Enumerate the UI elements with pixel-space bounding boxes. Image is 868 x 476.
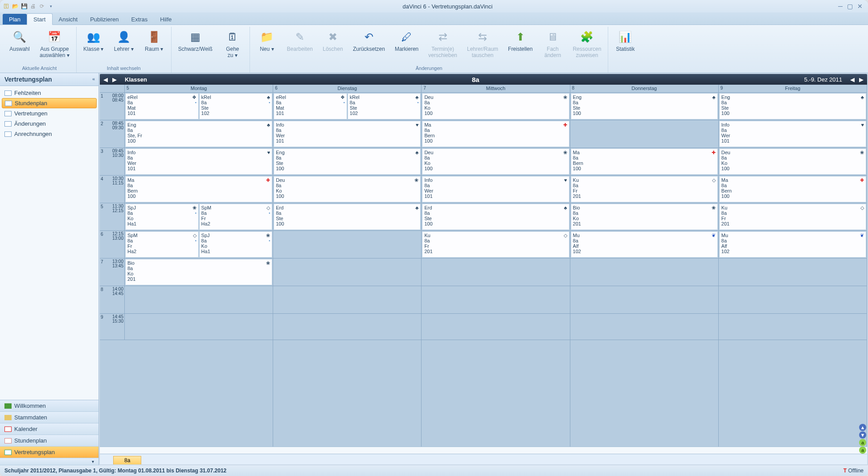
timetable-cell[interactable] xyxy=(570,120,718,148)
nav-stammdaten[interactable]: Stammdaten xyxy=(0,412,98,423)
timetable-cell[interactable]: Bio8aKo201❀ xyxy=(125,259,273,286)
timetable-cell[interactable]: Ma8aBern100✚ xyxy=(125,176,273,203)
hscroll-track[interactable] xyxy=(100,447,867,454)
timetable-cell[interactable]: Ku8aFr201◇ xyxy=(570,176,718,203)
zuruecksetzen-button[interactable]: ↶Zurücksetzen xyxy=(350,27,388,65)
timetable-cell[interactable] xyxy=(273,286,421,314)
sidebar-item-fehlzeiten[interactable]: Fehlzeiten xyxy=(0,88,98,98)
timetable-cell[interactable]: Mu8aAlf102❦ xyxy=(719,231,867,259)
sidebar-item-stundenplan[interactable]: Stundenplan xyxy=(2,98,97,108)
timetable-cell[interactable] xyxy=(719,286,867,314)
maximize-icon[interactable]: ▢ xyxy=(847,3,853,10)
timetable-cell[interactable]: Ma8aBern100✚ xyxy=(422,120,569,148)
timetable-cell[interactable]: Erd8aSte100♣ xyxy=(422,203,569,231)
aus-gruppe-button[interactable]: 📅Aus Gruppe auswählen ▾ xyxy=(37,27,73,65)
lesson-card[interactable]: Info8aWer101♥ xyxy=(125,148,272,175)
sidebar-item-vertretungen[interactable]: Vertretungen xyxy=(0,108,98,119)
prev-class-icon[interactable]: ◀ xyxy=(102,76,110,83)
lesson-card[interactable]: Eng8aSte100♣ xyxy=(274,148,421,175)
timetable-cell[interactable] xyxy=(719,314,867,340)
lesson-card[interactable]: Erd8aSte100♣ xyxy=(422,204,569,230)
tab-extras[interactable]: Extras xyxy=(125,14,154,25)
lesson-card[interactable]: Deu8aKo100❀ xyxy=(422,148,569,175)
lesson-card[interactable]: Mu8aAlf102❦ xyxy=(571,231,718,258)
sidebar-item-aenderungen[interactable]: Änderungen xyxy=(0,119,98,129)
lesson-card[interactable]: kRel8aSte102♣▪ xyxy=(348,93,421,119)
lesson-card[interactable]: Deu8aKo100❀ xyxy=(719,148,866,175)
markieren-button[interactable]: 🖊Markieren xyxy=(392,27,422,65)
timetable-cell[interactable] xyxy=(570,314,718,340)
next-class-icon[interactable]: ▶ xyxy=(111,76,119,83)
timetable-cell[interactable]: eRel8aMat101❖▪kRel8aSte102♣▪ xyxy=(273,93,421,120)
lesson-card[interactable]: Eng8aSte100♣ xyxy=(719,93,866,119)
lesson-card[interactable]: Ku8aFr201◇ xyxy=(422,231,569,258)
timetable-cell[interactable]: Mu8aAlf102❦ xyxy=(570,231,718,259)
sidebar-item-anrechnungen[interactable]: Anrechnungen xyxy=(0,129,98,139)
timetable-cell[interactable]: Info8aWer101♥ xyxy=(719,120,867,148)
qat-print-icon[interactable]: 🖨 xyxy=(29,3,37,10)
ressourcen-zuweisen-button[interactable]: 🧩Ressourcen zuweisen xyxy=(569,27,604,65)
lehrer-button[interactable]: 👤Lehrer ▾ xyxy=(111,27,137,65)
plan-tab-8a[interactable]: 8a xyxy=(113,456,141,464)
lesson-card[interactable]: Ma8aBern100✚ xyxy=(719,176,866,202)
timetable-cell[interactable]: SpM8aFrHa2◇▪SpJ8aKoHa1❀▪ xyxy=(125,231,273,259)
lesson-card[interactable]: Mu8aAlf102❦ xyxy=(719,231,866,258)
timetable-cell[interactable]: eRel8aMat101❖▪kRel8aSte102♣▪ xyxy=(125,93,273,120)
timetable-cell[interactable] xyxy=(125,286,273,314)
lesson-card[interactable]: Ma8aBern100✚ xyxy=(571,148,718,175)
raum-button[interactable]: 🚪Raum ▾ xyxy=(141,27,168,65)
lesson-card[interactable]: Eng8aSte100♣ xyxy=(571,93,718,119)
timetable-cell[interactable] xyxy=(422,314,569,340)
lesson-card[interactable]: Eng8aSte, Fr100♣ xyxy=(125,121,272,147)
tab-publizieren[interactable]: Publizieren xyxy=(84,14,125,25)
tab-plan[interactable]: Plan xyxy=(3,14,27,25)
minimize-icon[interactable]: ─ xyxy=(838,3,843,10)
lesson-card[interactable]: SpM8aFrHa2◇▪ xyxy=(125,231,199,258)
statistik-button[interactable]: 📊Statistik xyxy=(612,27,639,65)
close-icon[interactable]: ✕ xyxy=(857,3,863,10)
fach-aendern-button[interactable]: 🖥Fach ändern xyxy=(539,27,566,65)
lesson-card[interactable]: Deu8aKo100❀ xyxy=(422,93,569,119)
timetable-cell[interactable] xyxy=(125,314,273,340)
timetable-cell[interactable] xyxy=(422,259,569,286)
timetable-cell[interactable]: Ku8aFr201◇ xyxy=(719,203,867,231)
badge-a1-icon[interactable]: a xyxy=(859,439,866,446)
timetable-cell[interactable]: Ku8aFr201◇ xyxy=(422,231,569,259)
scroll-up-icon[interactable]: ▲ xyxy=(859,424,866,431)
neu-button[interactable]: 📁Neu ▾ xyxy=(254,27,280,65)
collapse-icon[interactable]: « xyxy=(92,76,95,82)
timetable-cell[interactable] xyxy=(273,231,421,259)
nav-more[interactable]: ▾ xyxy=(0,458,98,465)
klasse-button[interactable]: 👥Klasse ▾ xyxy=(80,27,107,65)
timetable-cell[interactable]: SpJ8aKoHa1❀▪SpM8aFrHa2◇▪ xyxy=(125,203,273,231)
lesson-card[interactable]: Bio8aKo201❀ xyxy=(571,204,718,230)
qat-open-icon[interactable]: 📂 xyxy=(12,3,19,10)
timetable-cell[interactable] xyxy=(273,259,421,286)
timetable-cell[interactable]: Deu8aKo100❀ xyxy=(719,148,867,176)
timetable-cell[interactable] xyxy=(570,259,718,286)
timetable-cell[interactable]: Eng8aSte100♣ xyxy=(719,93,867,120)
timetable-cell[interactable]: Deu8aKo100❀ xyxy=(422,148,569,176)
nav-willkommen[interactable]: Willkommen xyxy=(0,400,98,412)
lesson-card[interactable]: Bio8aKo201❀ xyxy=(125,259,272,285)
timetable-cell[interactable] xyxy=(719,259,867,286)
qat-refresh-icon[interactable]: ⟳ xyxy=(38,3,45,10)
termine-verschieben-button[interactable]: ⇄Termin(e) verschieben xyxy=(425,27,460,65)
timetable-cell[interactable] xyxy=(273,314,421,340)
timetable-cell[interactable]: Info8aWer101♥ xyxy=(422,176,569,203)
timetable-cell[interactable]: Erd8aSte100♣ xyxy=(273,203,421,231)
lesson-card[interactable]: Info8aWer101♥ xyxy=(274,121,421,147)
schwarz-weiss-button[interactable]: ▦Schwarz/Weiß xyxy=(175,27,216,65)
nav-vertretungsplan[interactable]: Vertretungsplan xyxy=(0,447,98,458)
timetable-cell[interactable]: Info8aWer101♥ xyxy=(273,120,421,148)
lesson-card[interactable]: eRel8aMat101❖▪ xyxy=(274,93,347,119)
lesson-card[interactable]: Ma8aBern100✚ xyxy=(125,176,272,202)
lesson-card[interactable]: Ma8aBern100✚ xyxy=(422,121,569,147)
next-week-icon[interactable]: ▶ xyxy=(857,76,865,83)
lesson-card[interactable]: SpM8aFrHa2◇▪ xyxy=(199,204,273,230)
timetable-cell[interactable]: Eng8aSte, Fr100♣ xyxy=(125,120,273,148)
timetable-cell[interactable] xyxy=(422,286,569,314)
lesson-card[interactable]: Deu8aKo100❀ xyxy=(274,176,421,202)
timetable-cell[interactable]: Ma8aBern100✚ xyxy=(570,148,718,176)
qat-key-icon[interactable]: ⚿ xyxy=(3,3,10,10)
